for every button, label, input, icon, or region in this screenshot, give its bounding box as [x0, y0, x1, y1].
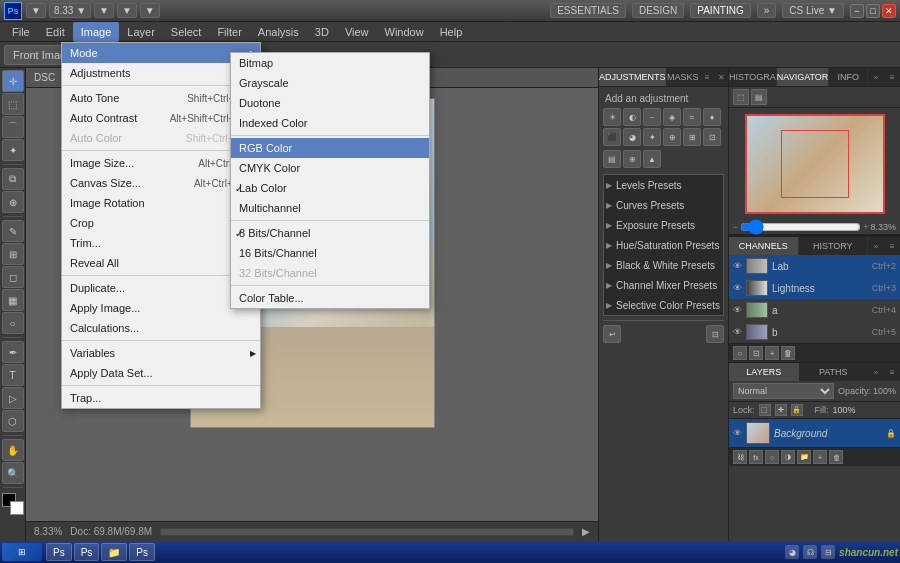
mode-8bit[interactable]: ✓8 Bits/Channel — [231, 223, 429, 243]
mode-16bit[interactable]: 16 Bits/Channel — [231, 243, 429, 263]
channel-lightness[interactable]: 👁 Lightness Ctrl+3 — [729, 277, 900, 299]
adj-brightness[interactable]: ☀ — [603, 108, 621, 126]
tab-layers[interactable]: LAYERS — [729, 363, 799, 381]
mode-multichannel[interactable]: Multichannel — [231, 198, 429, 218]
adj-camera[interactable]: ⊡ — [706, 325, 724, 343]
adj-levels[interactable]: ▲ — [643, 150, 661, 168]
tool-eyedropper[interactable]: ⊕ — [2, 191, 24, 213]
panel-options2-btn[interactable]: ≡ — [884, 68, 900, 86]
mask-btn[interactable]: ○ — [765, 450, 779, 464]
tool-pen[interactable]: ✒ — [2, 341, 24, 363]
tool-wand[interactable]: ✦ — [2, 139, 24, 161]
menu-image[interactable]: Image — [73, 22, 120, 42]
menu-select[interactable]: Select — [163, 22, 210, 42]
tool-dropdown-3[interactable]: ▼ — [117, 3, 137, 18]
tab-info[interactable]: INFO — [829, 68, 868, 86]
zoom-out-btn[interactable]: − — [733, 222, 738, 232]
tool-eraser[interactable]: ◻ — [2, 266, 24, 288]
tool-dropdown-4[interactable]: ▼ — [140, 3, 160, 18]
tool-dropdown-2[interactable]: ▼ — [94, 3, 114, 18]
tool-dodge[interactable]: ○ — [2, 312, 24, 334]
menu-trap[interactable]: Trap... — [62, 388, 260, 408]
adj-channel[interactable]: ✦ — [643, 128, 661, 146]
menu-view[interactable]: View — [337, 22, 377, 42]
chan-btn-3[interactable]: + — [765, 346, 779, 360]
layers-expand-btn[interactable]: » — [868, 363, 884, 381]
preset-hue-sat[interactable]: ▶ Hue/Saturation Presets — [604, 235, 723, 255]
preset-levels[interactable]: ▶ Levels Presets — [604, 175, 723, 195]
menu-file[interactable]: File — [4, 22, 38, 42]
adj-posterize[interactable]: ⊞ — [683, 128, 701, 146]
taskbar-item-4[interactable]: Ps — [129, 543, 155, 561]
link-btn[interactable]: ⛓ — [733, 450, 747, 464]
maximize-btn[interactable]: □ — [866, 4, 880, 18]
adj-hue[interactable]: ♦ — [703, 108, 721, 126]
fx-btn[interactable]: fx — [749, 450, 763, 464]
mode-submenu[interactable]: Bitmap Grayscale Duotone Indexed Color R… — [230, 52, 430, 309]
blend-mode-select[interactable]: Normal Multiply Screen — [733, 383, 834, 399]
tool-type[interactable]: T — [2, 364, 24, 386]
taskbar-item-3[interactable]: 📁 — [101, 543, 127, 561]
menu-layer[interactable]: Layer — [119, 22, 163, 42]
nav-tool-2[interactable]: ▤ — [751, 89, 767, 105]
mode-cmyk[interactable]: CMYK Color — [231, 158, 429, 178]
channel-lab[interactable]: 👁 Lab Ctrl+2 — [729, 255, 900, 277]
menu-apply-data-set[interactable]: Apply Data Set... — [62, 363, 260, 383]
minimize-btn[interactable]: − — [850, 4, 864, 18]
tool-shape[interactable]: ⬡ — [2, 410, 24, 432]
mode-bitmap[interactable]: Bitmap — [231, 53, 429, 73]
mode-lab[interactable]: ✓Lab Color — [231, 178, 429, 198]
menu-3d[interactable]: 3D — [307, 22, 337, 42]
adj-gradient-map[interactable]: ▤ — [603, 150, 621, 168]
menu-variables[interactable]: Variables — [62, 343, 260, 363]
scroll-right[interactable]: ▶ — [582, 526, 590, 537]
mode-grayscale[interactable]: Grayscale — [231, 73, 429, 93]
preset-curves[interactable]: ▶ Curves Presets — [604, 195, 723, 215]
panel-expand-btn[interactable]: » — [868, 68, 884, 86]
adj-exposure[interactable]: ◈ — [663, 108, 681, 126]
mode-duotone[interactable]: Duotone — [231, 93, 429, 113]
foreground-bg-colors[interactable] — [2, 493, 24, 515]
zoom-in-btn[interactable]: + — [863, 222, 868, 232]
lock-all-btn[interactable]: 🔒 — [791, 404, 803, 416]
nav-more[interactable]: » — [757, 3, 777, 18]
tray-icon-1[interactable]: ◕ — [785, 545, 799, 559]
tool-marquee[interactable]: ⬚ — [2, 93, 24, 115]
menu-help[interactable]: Help — [432, 22, 471, 42]
tool-zoom[interactable]: 🔍 — [2, 462, 24, 484]
adj-vibrance[interactable]: ≈ — [683, 108, 701, 126]
adj-curves[interactable]: ~ — [643, 108, 661, 126]
adj-return[interactable]: ↩ — [603, 325, 621, 343]
adj-photo[interactable]: ◕ — [623, 128, 641, 146]
menu-filter[interactable]: Filter — [209, 22, 249, 42]
scroll-bar[interactable] — [160, 528, 574, 536]
nav-essentials[interactable]: ESSENTIALS — [550, 3, 626, 18]
mode-indexed-color[interactable]: Indexed Color — [231, 113, 429, 133]
menu-analysis[interactable]: Analysis — [250, 22, 307, 42]
adj-btn[interactable]: ◑ — [781, 450, 795, 464]
taskbar-item-1[interactable]: Ps — [46, 543, 72, 561]
nav-tool-1[interactable]: ⬚ — [733, 89, 749, 105]
preset-bw[interactable]: ▶ Black & White Presets — [604, 255, 723, 275]
menu-calculations[interactable]: Calculations... — [62, 318, 260, 338]
taskbar-item-2[interactable]: Ps — [74, 543, 100, 561]
lock-position-btn[interactable]: ✛ — [775, 404, 787, 416]
tab-history[interactable]: HISTORY — [799, 237, 869, 255]
tab-paths[interactable]: PATHS — [799, 363, 869, 381]
menu-edit[interactable]: Edit — [38, 22, 73, 42]
tool-brush[interactable]: ✎ — [2, 220, 24, 242]
zoom-control[interactable]: 8.33 ▼ — [49, 3, 91, 18]
chan-btn-1[interactable]: ○ — [733, 346, 747, 360]
zoom-slider[interactable] — [740, 223, 861, 231]
start-button[interactable]: ⊞ — [2, 543, 42, 561]
tab-histogram[interactable]: HISTOGRA — [729, 68, 777, 86]
tool-dropdown-1[interactable]: ▼ — [26, 3, 46, 18]
channels-expand-btn[interactable]: » — [868, 237, 884, 255]
nav-painting[interactable]: PAINTING — [690, 3, 750, 18]
channel-b[interactable]: 👁 b Ctrl+5 — [729, 321, 900, 343]
chan-btn-2[interactable]: ⊡ — [749, 346, 763, 360]
tool-crop[interactable]: ⧉ — [2, 168, 24, 190]
tool-stamp[interactable]: ⊞ — [2, 243, 24, 265]
adj-invert[interactable]: ⊕ — [663, 128, 681, 146]
tray-icon-2[interactable]: ☊ — [803, 545, 817, 559]
